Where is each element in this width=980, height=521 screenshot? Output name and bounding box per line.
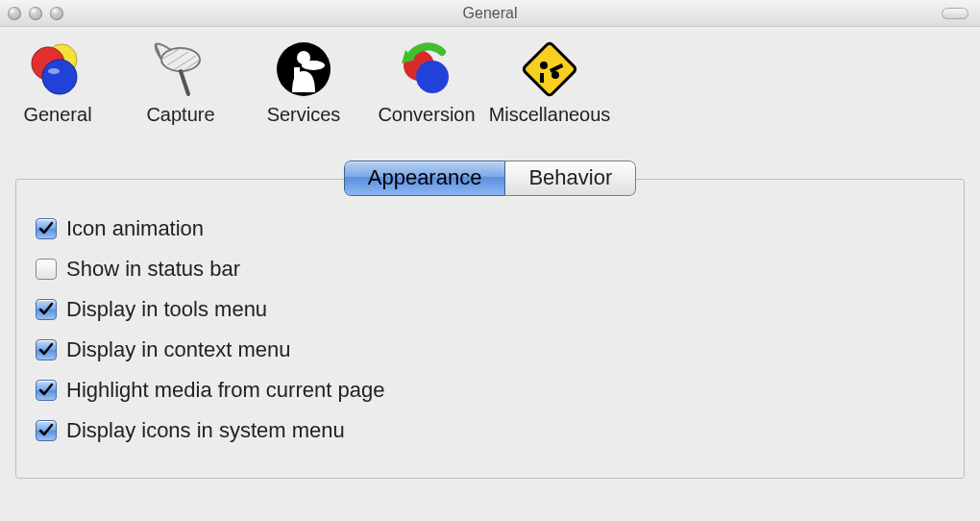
svg-point-3: [48, 68, 60, 74]
option-highlight-media: Highlight media from current page: [36, 378, 944, 403]
svg-point-2: [42, 60, 77, 94]
toolbar-label: Capture: [146, 104, 214, 126]
tab-appearance[interactable]: Appearance: [344, 161, 506, 196]
svg-rect-18: [540, 73, 544, 83]
toolbar-item-capture[interactable]: Capture: [133, 38, 229, 126]
tab-bar: Appearance Behavior: [0, 161, 980, 196]
tab-behavior[interactable]: Behavior: [505, 161, 636, 196]
svg-rect-10: [294, 67, 300, 83]
option-display-context-menu: Display in context menu: [36, 337, 944, 362]
conversion-icon: [396, 38, 457, 100]
window-title: General: [0, 5, 980, 22]
toolbar-toggle-button[interactable]: [942, 8, 968, 19]
zoom-window-button[interactable]: [50, 7, 63, 20]
svg-point-9: [302, 61, 325, 70]
preferences-toolbar: General Capture Services: [0, 27, 980, 132]
checkbox-display-system-menu[interactable]: [36, 420, 57, 441]
window-controls: [8, 7, 63, 20]
toolbar-item-miscellaneous[interactable]: Miscellaneous: [502, 38, 598, 126]
option-display-system-menu: Display icons in system menu: [36, 418, 944, 443]
titlebar: General: [0, 0, 980, 27]
toolbar-label: General: [23, 104, 91, 126]
toolbar-item-services[interactable]: Services: [256, 38, 352, 126]
svg-point-15: [540, 62, 548, 69]
option-label: Icon animation: [66, 216, 204, 241]
checkbox-show-in-status-bar[interactable]: [36, 259, 57, 280]
toolbar-label: Conversion: [378, 104, 475, 126]
svg-point-17: [551, 71, 559, 79]
option-show-in-status-bar: Show in status bar: [36, 257, 944, 282]
option-label: Display in tools menu: [66, 297, 267, 322]
svg-line-6: [181, 71, 188, 94]
appearance-panel: Icon animation Show in status bar Displa…: [15, 179, 965, 479]
option-label: Display in context menu: [66, 337, 291, 362]
option-display-tools-menu: Display in tools menu: [36, 297, 944, 322]
toolbar-label: Services: [267, 104, 341, 126]
miscellaneous-icon: [519, 38, 580, 100]
svg-point-4: [161, 48, 200, 71]
toolbar-item-conversion[interactable]: Conversion: [379, 38, 475, 126]
services-icon: [273, 38, 334, 100]
minimize-window-button[interactable]: [29, 7, 42, 20]
checkbox-display-context-menu[interactable]: [36, 339, 57, 360]
toolbar-item-general[interactable]: General: [10, 38, 106, 126]
close-window-button[interactable]: [8, 7, 21, 20]
checkbox-icon-animation[interactable]: [36, 218, 57, 239]
option-label: Highlight media from current page: [66, 378, 384, 403]
checkbox-display-tools-menu[interactable]: [36, 299, 57, 320]
checkbox-highlight-media[interactable]: [36, 380, 57, 401]
option-label: Show in status bar: [66, 257, 240, 282]
capture-icon: [150, 38, 211, 100]
option-label: Display icons in system menu: [66, 418, 345, 443]
toolbar-label: Miscellaneous: [489, 104, 611, 126]
option-icon-animation: Icon animation: [36, 216, 944, 241]
general-icon: [27, 38, 88, 100]
